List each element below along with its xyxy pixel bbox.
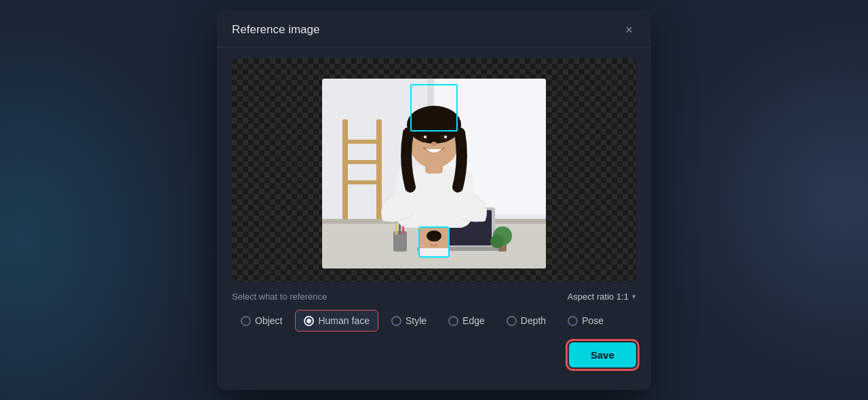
svg-point-29 bbox=[431, 142, 437, 146]
option-depth[interactable]: Depth bbox=[498, 310, 555, 332]
option-pose-label: Pose bbox=[582, 315, 604, 326]
svg-point-34 bbox=[435, 239, 439, 241]
thumbnail-wrapper bbox=[418, 226, 450, 258]
radio-dot-style bbox=[391, 316, 401, 326]
modal-header: Reference image × bbox=[217, 10, 651, 47]
aspect-ratio-button[interactable]: Aspect ratio 1:1 ▾ bbox=[568, 292, 636, 302]
radio-dot-human-face bbox=[304, 316, 314, 326]
select-what-label: Select what to reference bbox=[232, 292, 327, 302]
radio-dot-depth bbox=[507, 316, 517, 326]
face-thumbnail bbox=[418, 226, 450, 258]
svg-point-25 bbox=[419, 134, 429, 142]
svg-point-15 bbox=[490, 235, 504, 248]
image-container bbox=[322, 79, 546, 268]
option-object[interactable]: Object bbox=[232, 310, 291, 332]
reference-type-options: Object Human face Style Edge bbox=[232, 310, 636, 332]
radio-dot-edge bbox=[448, 316, 458, 326]
modal-title: Reference image bbox=[232, 23, 319, 37]
svg-rect-4 bbox=[376, 119, 382, 228]
svg-point-32 bbox=[427, 231, 441, 241]
svg-point-33 bbox=[430, 239, 433, 241]
option-depth-label: Depth bbox=[521, 315, 546, 326]
face-detection-overlay bbox=[410, 84, 458, 132]
svg-rect-35 bbox=[420, 248, 448, 256]
option-style-label: Style bbox=[406, 315, 427, 326]
svg-point-28 bbox=[444, 136, 447, 138]
radio-dot-pose bbox=[568, 316, 578, 326]
option-pose[interactable]: Pose bbox=[559, 310, 612, 332]
chevron-down-icon: ▾ bbox=[632, 292, 636, 301]
option-edge[interactable]: Edge bbox=[439, 310, 494, 332]
controls-area: Select what to reference Aspect ratio 1:… bbox=[232, 292, 636, 367]
svg-rect-17 bbox=[395, 224, 397, 235]
svg-point-26 bbox=[439, 134, 449, 142]
controls-bottom-row: Save bbox=[232, 342, 636, 367]
bg-decoration-right bbox=[651, 0, 868, 400]
option-human-face[interactable]: Human face bbox=[295, 310, 378, 332]
option-edge-label: Edge bbox=[462, 315, 485, 326]
option-object-label: Object bbox=[255, 315, 282, 326]
image-preview-area bbox=[232, 58, 636, 282]
svg-rect-6 bbox=[342, 160, 382, 164]
svg-rect-5 bbox=[342, 140, 382, 144]
reference-image-modal: Reference image × bbox=[217, 10, 651, 390]
svg-rect-3 bbox=[342, 119, 348, 228]
svg-rect-7 bbox=[342, 180, 382, 184]
radio-dot-object bbox=[241, 316, 251, 326]
aspect-ratio-label: Aspect ratio 1:1 bbox=[568, 292, 629, 302]
option-human-face-label: Human face bbox=[318, 315, 369, 326]
close-button[interactable]: × bbox=[622, 22, 636, 37]
thumbnail-svg bbox=[420, 228, 448, 256]
controls-top-row: Select what to reference Aspect ratio 1:… bbox=[232, 292, 636, 302]
modal-body: Select what to reference Aspect ratio 1:… bbox=[217, 47, 651, 390]
svg-point-27 bbox=[424, 136, 427, 138]
save-button[interactable]: Save bbox=[569, 342, 636, 367]
bg-decoration-left bbox=[0, 0, 217, 400]
option-style[interactable]: Style bbox=[382, 310, 435, 332]
